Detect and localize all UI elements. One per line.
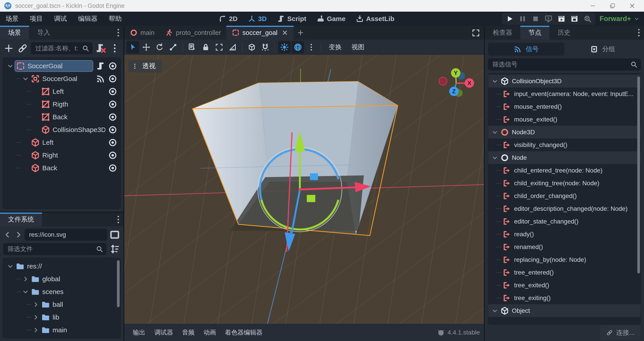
signal-class-Node[interactable]: Node	[488, 151, 641, 164]
scene-tab-proto_controller[interactable]: proto_controller	[160, 26, 226, 40]
tree-node-Right[interactable]: Right	[4, 149, 119, 162]
view-menu-perspective[interactable]: 透视	[128, 60, 162, 73]
chevron-down-icon[interactable]	[21, 287, 30, 296]
menu-2[interactable]: 调试	[48, 12, 72, 26]
tree-node-SoccerGoal[interactable]: SoccerGoal	[4, 60, 119, 72]
folder-lib[interactable]: lib	[4, 311, 119, 323]
menu-0[interactable]: 场景	[0, 12, 24, 26]
chevron-down-icon[interactable]	[21, 75, 30, 83]
tree-node-CollisionShape3D[interactable]: CollisionShape3D	[4, 123, 119, 136]
signal-class-Object[interactable]: Object	[488, 304, 641, 317]
connect-button[interactable]: 连接...	[600, 325, 640, 340]
menu-3[interactable]: 编辑器	[72, 12, 103, 26]
axis-neg-x[interactable]	[439, 77, 447, 85]
tree-node-Rigth[interactable]: Rigth	[4, 98, 119, 111]
node-dock-tab-0[interactable]: 检查器	[485, 26, 520, 40]
select-tool[interactable]	[126, 41, 139, 54]
tree-node-Left[interactable]: Left	[4, 136, 119, 149]
maximize-button[interactable]	[609, 3, 616, 9]
signals-toggle[interactable]: 信号	[488, 43, 564, 56]
folder-main[interactable]: main	[4, 323, 119, 336]
chevron-down-icon[interactable]	[491, 128, 499, 136]
chevron-down-icon[interactable]	[491, 154, 499, 162]
signal-item[interactable]: tree_exited()	[488, 279, 641, 291]
play-movie-button[interactable]	[557, 15, 566, 23]
workspace-game[interactable]: Game	[313, 12, 349, 26]
folder-global[interactable]: global	[4, 272, 119, 285]
split-view-button[interactable]	[109, 229, 120, 240]
lock-button[interactable]	[200, 41, 212, 54]
viewport-menu-0[interactable]: 变换	[324, 43, 346, 52]
preview-env-toggle[interactable]	[292, 41, 304, 54]
chevron-right-icon[interactable]	[32, 313, 40, 321]
signal-class-Node3D[interactable]: Node3D	[488, 126, 641, 139]
node-dock-tab-1[interactable]: 节点	[520, 26, 550, 40]
ruler-tool[interactable]	[226, 41, 239, 54]
signal-item[interactable]: input_event(camera: Node, event: InputE.…	[488, 88, 641, 100]
workspace-script[interactable]: Script	[274, 12, 310, 26]
orientation-gizmo[interactable]: Y X Z	[436, 62, 478, 100]
workspace-3d[interactable]: 3D	[244, 12, 270, 26]
scene-tab-main[interactable]: main	[124, 26, 160, 40]
bottom-panel-1[interactable]: 调试器	[150, 326, 178, 338]
scene-dock-tab-1[interactable]: 导入	[29, 26, 58, 40]
workspace-2d[interactable]: 2D	[215, 12, 241, 26]
visibility-toggle[interactable]	[108, 125, 118, 135]
chevron-down-icon[interactable]	[491, 307, 499, 315]
chevron-right-icon[interactable]	[21, 275, 30, 283]
detach-script-button[interactable]	[95, 43, 106, 54]
file-filter-input[interactable]	[3, 243, 106, 255]
expand-viewport-button[interactable]	[471, 29, 480, 37]
script-badge-icon[interactable]	[96, 61, 105, 71]
signal-item[interactable]: renamed()	[488, 240, 641, 253]
bottom-panel-4[interactable]: 着色器编辑器	[220, 326, 267, 338]
visibility-toggle[interactable]	[108, 100, 118, 109]
folder-res://[interactable]: res://	[4, 260, 119, 272]
scale-tool[interactable]	[167, 41, 179, 54]
minimize-button[interactable]	[590, 3, 596, 9]
renderer-select[interactable]: Forward+	[600, 15, 640, 23]
signal-item[interactable]: replacing_by(node: Node)	[488, 253, 641, 266]
scene-tab-soccer_goal[interactable]: soccer_goal	[226, 26, 294, 40]
gizmo-plane-handle-blue[interactable]	[310, 173, 318, 180]
rss-badge-icon[interactable]	[96, 74, 105, 84]
chevron-right-icon[interactable]	[32, 326, 40, 334]
signal-item[interactable]: mouse_entered()	[488, 100, 641, 113]
folder-scenes[interactable]: scenes	[4, 285, 119, 298]
viewport-menu-1[interactable]: 视图	[347, 43, 369, 52]
rotate-tool[interactable]	[154, 41, 166, 54]
node-dock-tab-2[interactable]: 历史	[550, 26, 578, 40]
menu-1[interactable]: 项目	[24, 12, 48, 26]
gizmo-center[interactable]	[298, 188, 301, 191]
bottom-panel-3[interactable]: 动画	[199, 326, 220, 338]
group-button[interactable]	[213, 41, 226, 54]
gizmo-plane-handle-green[interactable]	[307, 195, 315, 202]
visibility-toggle[interactable]	[108, 61, 118, 71]
visibility-toggle[interactable]	[108, 163, 118, 173]
menu-4[interactable]: 帮助	[103, 12, 127, 26]
signal-item[interactable]: visibility_changed()	[488, 139, 641, 151]
node-dock-menu-button[interactable]	[634, 26, 644, 40]
history-back-button[interactable]	[3, 230, 12, 239]
chevron-down-icon[interactable]	[6, 62, 14, 70]
tree-node-SoccerGoal[interactable]: SoccerGoal	[4, 72, 119, 85]
signal-scrollbar[interactable]	[637, 77, 640, 273]
list-select-tool[interactable]	[186, 41, 198, 54]
preview-sun-toggle[interactable]	[278, 41, 291, 54]
visibility-toggle[interactable]	[108, 112, 118, 122]
signal-class-CollisionObject3D[interactable]: CollisionObject3D	[488, 75, 641, 88]
pause-button[interactable]	[518, 15, 527, 23]
folder-ball[interactable]: ball	[4, 298, 119, 311]
close-tab-icon[interactable]	[282, 29, 288, 36]
bottom-panel-0[interactable]: 输出	[128, 326, 150, 338]
bottom-panel-2[interactable]: 音频	[178, 326, 199, 338]
signal-item[interactable]: child_order_changed()	[488, 190, 641, 202]
scene-tree-menu-button[interactable]	[109, 43, 120, 54]
sort-files-button[interactable]	[109, 243, 120, 255]
tree-node-Left[interactable]: Left	[4, 85, 119, 98]
movie-maker-button[interactable]	[570, 15, 579, 23]
chevron-down-icon[interactable]	[491, 77, 499, 85]
chevron-down-icon[interactable]	[6, 262, 14, 270]
stop-button[interactable]	[531, 15, 540, 23]
add-node-button[interactable]	[3, 43, 14, 54]
